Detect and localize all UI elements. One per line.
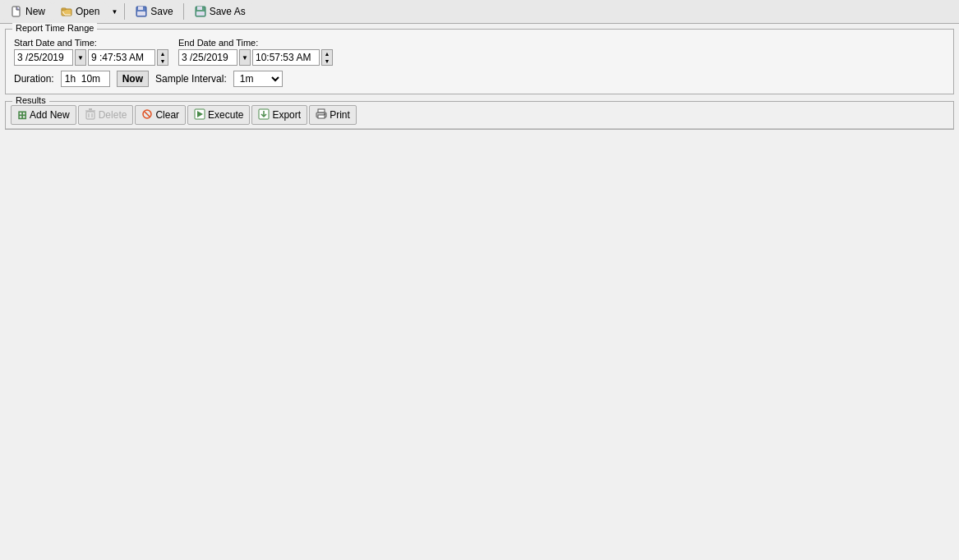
end-date-input[interactable]	[178, 49, 237, 66]
end-time-up-arrow[interactable]: ▲	[322, 50, 332, 57]
saveas-icon	[194, 5, 207, 18]
duration-label: Duration:	[14, 73, 54, 85]
open-dropdown-button[interactable]: ▼	[108, 6, 121, 18]
export-label: Export	[272, 109, 301, 121]
open-label: Open	[76, 6, 99, 17]
add-new-button[interactable]: ⊞ Add New	[11, 105, 76, 125]
execute-button[interactable]: Execute	[187, 105, 250, 125]
report-time-range-title: Report Time Range	[12, 23, 97, 33]
start-date-input-group: ▼ ▲ ▼	[14, 49, 168, 66]
sample-select-wrapper: 1m 5m 10m 30m 1h	[233, 71, 283, 87]
main-toolbar: New Open ▼ Save	[0, 0, 959, 24]
start-time-input[interactable]	[88, 49, 155, 66]
clear-label: Clear	[155, 109, 179, 121]
open-icon	[60, 5, 73, 18]
open-button[interactable]: Open	[53, 2, 106, 21]
open-dropdown-arrow-icon: ▼	[111, 8, 118, 16]
svg-rect-4	[138, 7, 143, 10]
svg-rect-9	[86, 112, 95, 119]
add-new-icon: ⊞	[17, 108, 27, 122]
duration-value[interactable]	[61, 71, 110, 87]
main-content: Report Time Range Start Date and Time: ▼…	[0, 24, 959, 135]
svg-rect-8	[196, 11, 205, 16]
delete-label: Delete	[99, 109, 127, 121]
svg-point-23	[324, 113, 325, 115]
start-date-input[interactable]	[14, 49, 73, 66]
results-group: Results ⊞ Add New Delete	[5, 101, 954, 130]
svg-rect-2	[62, 8, 66, 10]
new-label: New	[25, 6, 45, 17]
start-time-spin[interactable]: ▲ ▼	[157, 49, 168, 66]
save-label: Save	[150, 6, 173, 17]
end-date-input-group: ▼ ▲ ▼	[178, 49, 333, 66]
execute-label: Execute	[208, 109, 243, 121]
svg-rect-7	[197, 7, 202, 10]
start-date-dropdown-button[interactable]: ▼	[75, 49, 86, 66]
saveas-button[interactable]: Save As	[187, 2, 252, 21]
sample-interval-select[interactable]: 1m 5m 10m 30m 1h	[233, 71, 283, 87]
start-datetime-label: Start Date and Time:	[14, 38, 168, 48]
saveas-label: Save As	[210, 6, 246, 17]
print-icon	[316, 108, 327, 122]
end-date-dropdown-button[interactable]: ▼	[239, 49, 251, 66]
add-new-label: Add New	[30, 109, 70, 121]
start-time-up-arrow[interactable]: ▲	[158, 50, 168, 57]
end-datetime-label: End Date and Time:	[178, 38, 333, 48]
print-button[interactable]: Print	[309, 105, 357, 125]
toolbar-separator-1	[124, 3, 125, 20]
new-button[interactable]: New	[3, 2, 52, 21]
end-time-input[interactable]	[252, 49, 320, 66]
export-icon	[258, 108, 270, 122]
end-time-down-arrow[interactable]: ▼	[322, 57, 332, 65]
svg-rect-22	[318, 115, 325, 118]
now-button[interactable]: Now	[117, 71, 149, 87]
date-row: Start Date and Time: ▼ ▲ ▼ End Date and …	[14, 38, 945, 66]
save-button[interactable]: Save	[128, 2, 179, 21]
svg-line-15	[145, 112, 150, 117]
save-icon	[135, 5, 148, 18]
delete-icon	[85, 108, 96, 122]
svg-rect-5	[137, 11, 145, 16]
execute-icon	[194, 108, 205, 122]
print-label: Print	[330, 109, 350, 121]
start-datetime-group: Start Date and Time: ▼ ▲ ▼	[14, 38, 168, 66]
sample-interval-label: Sample Interval:	[155, 73, 227, 85]
clear-button[interactable]: Clear	[135, 105, 186, 125]
export-button[interactable]: Export	[251, 105, 307, 125]
results-title: Results	[12, 95, 49, 105]
svg-rect-20	[318, 109, 325, 112]
action-bar: ⊞ Add New Delete	[6, 102, 953, 129]
report-time-range-group: Report Time Range Start Date and Time: ▼…	[5, 29, 954, 94]
toolbar-separator-2	[183, 3, 184, 20]
delete-button[interactable]: Delete	[78, 105, 134, 125]
end-time-spin[interactable]: ▲ ▼	[321, 49, 333, 66]
new-icon	[10, 5, 23, 18]
start-time-down-arrow[interactable]: ▼	[158, 57, 168, 65]
duration-row: Duration: Now Sample Interval: 1m 5m 10m…	[14, 71, 945, 87]
end-datetime-group: End Date and Time: ▼ ▲ ▼	[178, 38, 333, 66]
clear-icon	[141, 108, 153, 122]
